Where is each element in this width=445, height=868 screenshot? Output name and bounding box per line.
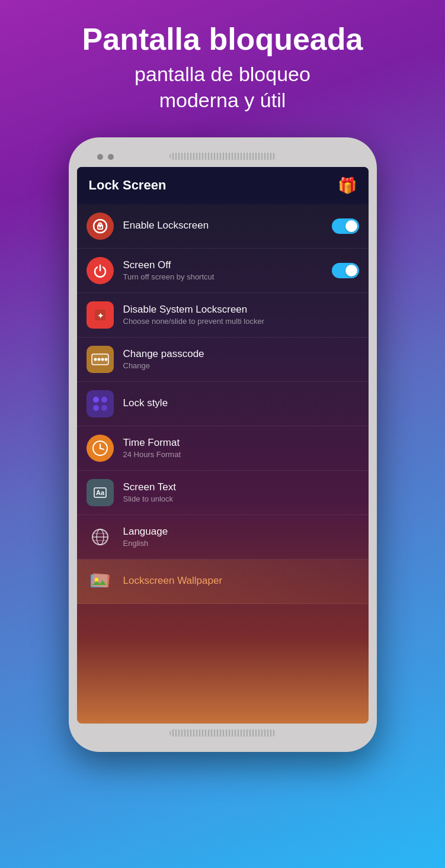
settings-item-time-format[interactable]: Time Format 24 Hours Format [77,426,369,471]
settings-list: Enable Lockscreen Screen Off Turn off [77,204,369,604]
screen-off-icon [87,257,114,284]
disable-system-subtitle: Choose none/slide to prevent multi locke… [123,317,359,326]
wallpaper-text: Lockscreen Wallpaper [123,575,359,588]
disable-system-icon: ✦ [87,301,114,329]
svg-point-9 [101,358,104,361]
time-format-subtitle: 24 Hours Format [123,450,359,459]
speaker-grille-top [169,153,276,160]
gift-icon[interactable]: 🎁 [338,176,357,195]
screen-off-title: Screen Off [123,259,332,271]
enable-lockscreen-toggle[interactable] [332,218,359,234]
time-format-title: Time Format [123,437,359,449]
disable-system-text: Disable System Lockscreen Choose none/sl… [123,304,359,326]
passcode-subtitle: Change [123,361,359,370]
svg-text:Aa: Aa [95,489,104,496]
time-format-icon [87,435,114,462]
screen-text-text: Screen Text Slide to unlock [123,481,359,503]
svg-point-13 [93,405,99,411]
speaker-grille-bottom [169,729,276,737]
screen-off-toggle[interactable] [332,263,359,278]
svg-point-14 [101,405,107,411]
time-format-text: Time Format 24 Hours Format [123,437,359,459]
hero-title: Pantalla bloqueada [24,22,421,56]
lock-style-text: Lock style [123,397,359,410]
phone-top [77,148,369,167]
svg-point-28 [95,578,98,581]
hero-section: Pantalla bloqueada pantalla de bloqueomo… [0,0,445,131]
screen-text-title: Screen Text [123,481,359,493]
phone-wrapper: Lock Screen 🎁 Enable Locks [0,131,445,752]
language-title: Language [123,526,359,538]
lock-style-icon [87,390,114,417]
enable-lockscreen-icon [87,213,114,240]
screen-off-subtitle: Turn off screen by shortcut [123,272,332,281]
svg-point-11 [93,397,99,403]
enable-lockscreen-text: Enable Lockscreen [123,220,332,233]
disable-system-title: Disable System Lockscreen [123,304,359,316]
wallpaper-title: Lockscreen Wallpaper [123,575,359,587]
hero-subtitle: pantalla de bloqueomoderna y útil [24,61,421,113]
settings-item-wallpaper[interactable]: Lockscreen Wallpaper [77,560,369,604]
language-text: Language English [123,526,359,548]
svg-point-3 [99,226,100,227]
svg-point-8 [97,358,100,361]
screen-off-text: Screen Off Turn off screen by shortcut [123,259,332,281]
screen-text-icon: Aa [87,479,114,506]
passcode-icon [87,346,114,373]
svg-point-10 [104,358,107,361]
svg-text:✦: ✦ [97,311,103,320]
svg-rect-27 [92,573,110,587]
svg-point-7 [94,358,97,361]
screen-text-subtitle: Slide to unlock [123,494,359,503]
wallpaper-icon [87,568,114,595]
settings-item-disable-system[interactable]: ✦ Disable System Lockscreen Choose none/… [77,293,369,337]
language-icon [87,523,114,551]
settings-item-passcode[interactable]: Change passcode Change [77,337,369,382]
camera-dots [97,154,114,160]
screen: Lock Screen 🎁 Enable Locks [77,167,369,724]
svg-point-12 [101,397,107,403]
settings-item-enable-lockscreen[interactable]: Enable Lockscreen [77,204,369,249]
settings-item-screen-text[interactable]: Aa Screen Text Slide to unlock [77,471,369,515]
settings-item-lock-style[interactable]: Lock style [77,382,369,426]
settings-item-screen-off[interactable]: Screen Off Turn off screen by shortcut [77,249,369,293]
passcode-title: Change passcode [123,348,359,360]
phone-device: Lock Screen 🎁 Enable Locks [69,137,377,752]
svg-point-18 [99,447,101,449]
language-subtitle: English [123,539,359,548]
settings-item-language[interactable]: Language English [77,515,369,560]
app-title: Lock Screen [89,178,167,193]
phone-bottom [77,724,369,739]
passcode-text: Change passcode Change [123,348,359,370]
lock-style-title: Lock style [123,397,359,409]
app-header: Lock Screen 🎁 [77,167,369,204]
enable-lockscreen-title: Enable Lockscreen [123,220,332,232]
